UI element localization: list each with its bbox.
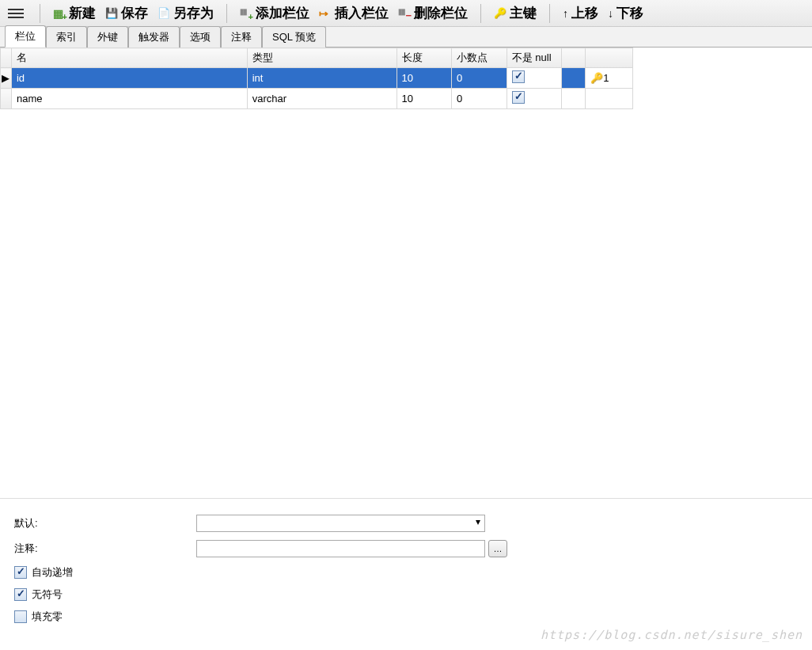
add-field-button[interactable]: 添加栏位 — [235, 2, 314, 24]
comment-label: 注释: — [14, 542, 196, 556]
tab-0[interactable]: 栏位 — [5, 25, 46, 48]
tab-6[interactable]: SQL 预览 — [262, 26, 326, 48]
arrow-up-icon: ↑ — [563, 7, 568, 20]
notnull-checkbox[interactable] — [512, 70, 525, 83]
key-icon: 🔑 — [590, 72, 603, 84]
table-row[interactable]: ▶idint100🔑1 — [1, 68, 633, 89]
add-field-label: 添加栏位 — [256, 4, 309, 22]
insert-field-button[interactable]: 插入栏位 — [314, 2, 393, 24]
add-field-icon — [240, 7, 252, 20]
arrow-down-icon: ↓ — [608, 7, 613, 20]
col-header-name[interactable]: 名 — [11, 48, 247, 68]
cell-notnull[interactable] — [507, 89, 562, 109]
cell-length[interactable]: 10 — [397, 89, 452, 109]
tab-2[interactable]: 外键 — [87, 26, 128, 48]
delete-field-icon — [398, 7, 411, 20]
move-up-button[interactable]: ↑ 上移 — [558, 2, 603, 24]
col-header-key — [586, 48, 633, 68]
move-down-label: 下移 — [617, 4, 643, 22]
fields-table: 名 类型 长度 小数点 不是 null ▶idint100🔑1namevarch… — [0, 48, 633, 109]
delete-field-button[interactable]: 删除栏位 — [393, 2, 472, 24]
save-label: 保存 — [121, 4, 148, 22]
separator — [480, 4, 481, 23]
cell-name[interactable]: name — [11, 89, 247, 109]
cell-length[interactable]: 10 — [397, 68, 452, 89]
primary-key-button[interactable]: 主键 — [489, 2, 541, 24]
zerofill-checkbox[interactable] — [14, 610, 27, 623]
move-up-label: 上移 — [571, 4, 598, 22]
tab-4[interactable]: 选项 — [180, 26, 221, 48]
insert-field-icon — [319, 7, 332, 20]
comment-input[interactable] — [196, 540, 485, 557]
saveas-label: 另存为 — [173, 4, 214, 22]
cell-key[interactable]: 🔑1 — [586, 68, 633, 89]
col-header-length[interactable]: 长度 — [397, 48, 452, 68]
default-label: 默认: — [14, 516, 196, 530]
auto-increment-label: 自动递增 — [32, 565, 73, 580]
default-select[interactable] — [196, 515, 485, 532]
field-properties-panel: 默认: 注释: … 自动递增 无符号 填充零 — [0, 499, 812, 648]
cell-extra — [562, 68, 586, 89]
fields-grid-area: 名 类型 长度 小数点 不是 null ▶idint100🔑1namevarch… — [0, 48, 812, 499]
cell-decimals[interactable]: 0 — [452, 68, 507, 89]
insert-field-label: 插入栏位 — [335, 4, 389, 22]
cell-key[interactable] — [586, 89, 633, 109]
comment-more-button[interactable]: … — [488, 540, 507, 557]
notnull-checkbox[interactable] — [512, 91, 525, 104]
saveas-button[interactable]: 另存为 — [153, 2, 218, 24]
new-button[interactable]: 新建 — [48, 2, 101, 24]
row-marker — [1, 89, 12, 109]
auto-increment-checkbox[interactable] — [14, 566, 27, 579]
table-row[interactable]: namevarchar100 — [1, 89, 633, 109]
row-header-blank — [1, 48, 12, 68]
key-icon — [494, 7, 507, 20]
save-button[interactable]: 保存 — [101, 2, 153, 24]
col-header-notnull[interactable]: 不是 null — [507, 48, 562, 68]
delete-field-label: 删除栏位 — [414, 4, 468, 22]
cell-name[interactable]: id — [11, 68, 247, 89]
col-header-decimals[interactable]: 小数点 — [452, 48, 507, 68]
cell-extra — [562, 89, 586, 109]
zerofill-label: 填充零 — [32, 610, 63, 624]
separator — [549, 4, 550, 23]
watermark: https://blog.csdn.net/sisure_shen — [541, 628, 803, 642]
new-label: 新建 — [69, 4, 96, 22]
row-marker: ▶ — [1, 68, 12, 89]
cell-notnull[interactable] — [507, 68, 562, 89]
separator — [40, 4, 40, 23]
tab-bar: 栏位索引外键触发器选项注释SQL 预览 — [0, 27, 812, 48]
unsigned-label: 无符号 — [32, 587, 63, 602]
new-icon — [53, 7, 66, 20]
save-icon — [105, 7, 118, 20]
move-down-button[interactable]: ↓ 下移 — [603, 2, 648, 24]
main-toolbar: 新建 保存 另存为 添加栏位 插入栏位 删除栏位 主键 ↑ — [0, 0, 812, 27]
menu-icon[interactable] — [8, 9, 24, 18]
tab-5[interactable]: 注释 — [221, 26, 262, 48]
tab-1[interactable]: 索引 — [46, 26, 87, 48]
unsigned-checkbox[interactable] — [14, 588, 27, 601]
separator — [226, 4, 227, 23]
saveas-icon — [157, 7, 170, 20]
cell-type[interactable]: varchar — [247, 89, 397, 109]
col-header-extra — [562, 48, 586, 68]
primary-key-label: 主键 — [510, 4, 537, 22]
cell-decimals[interactable]: 0 — [452, 89, 507, 109]
col-header-type[interactable]: 类型 — [247, 48, 397, 68]
cell-type[interactable]: int — [247, 68, 397, 89]
tab-3[interactable]: 触发器 — [128, 26, 180, 48]
